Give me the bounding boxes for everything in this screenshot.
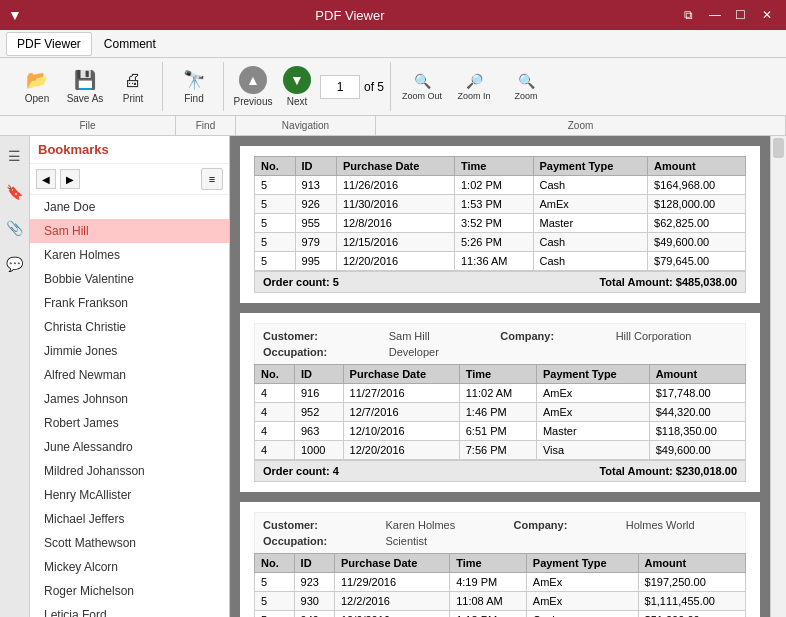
section-summary: Order count: 5 Total Amount: $485,038.00 bbox=[254, 271, 746, 293]
table-cell: 12/7/2016 bbox=[343, 403, 459, 422]
save-as-button[interactable]: 💾 Save As bbox=[62, 62, 108, 112]
table-cell: 1:46 PM bbox=[459, 403, 536, 422]
bookmark-item[interactable]: Jimmie Jones bbox=[30, 339, 229, 363]
order-count: Order count: 4 bbox=[263, 465, 339, 477]
layers-icon[interactable]: ☰ bbox=[3, 144, 27, 168]
table-header: Amount bbox=[648, 157, 746, 176]
find-icon: 🔭 bbox=[183, 69, 205, 91]
table-header: ID bbox=[295, 157, 336, 176]
table-header: Purchase Date bbox=[343, 365, 459, 384]
bookmark-item[interactable]: Roger Michelson bbox=[30, 579, 229, 603]
table-cell: 4:19 PM bbox=[450, 573, 527, 592]
comment-icon[interactable]: 💬 bbox=[3, 252, 27, 276]
bookmarks-options-button[interactable]: ≡ bbox=[201, 168, 223, 190]
zoom-out-icon: 🔍 bbox=[414, 73, 431, 89]
menu-comment[interactable]: Comment bbox=[94, 33, 166, 55]
toolbar-labels: File Find Navigation Zoom bbox=[0, 116, 786, 136]
bookmark-item[interactable]: Mildred Johansson bbox=[30, 459, 229, 483]
table-cell: $44,320.00 bbox=[649, 403, 745, 422]
table-row: 591311/26/20161:02 PMCash$164,968.00 bbox=[255, 176, 746, 195]
pdf-area[interactable]: No.IDPurchase DateTimePayment TypeAmount… bbox=[230, 136, 770, 617]
table-cell: Master bbox=[533, 214, 648, 233]
table-header: Payment Type bbox=[536, 365, 649, 384]
bookmark-item[interactable]: Karen Holmes bbox=[30, 243, 229, 267]
total-amount: Total Amount: $230,018.00 bbox=[599, 465, 737, 477]
bookmark-icon[interactable]: 🔖 bbox=[3, 180, 27, 204]
zoom-out-button[interactable]: 🔍 Zoom Out bbox=[399, 62, 445, 112]
table-row: 4100012/20/20167:56 PMVisa$49,600.00 bbox=[255, 441, 746, 460]
customer-name: Karen Holmes bbox=[386, 519, 498, 531]
table-header: ID bbox=[294, 365, 343, 384]
bookmark-item[interactable]: Leticia Ford bbox=[30, 603, 229, 617]
customer-label: Customer: bbox=[263, 519, 370, 531]
file-group: 📂 Open 💾 Save As 🖨 Print bbox=[8, 62, 163, 111]
table-cell: 1000 bbox=[294, 441, 343, 460]
bookmarks-title: Bookmarks bbox=[30, 136, 229, 164]
table-row: 491611/27/201611:02 AMAmEx$17,748.00 bbox=[255, 384, 746, 403]
bookmark-item[interactable]: Jane Doe bbox=[30, 195, 229, 219]
close-button[interactable]: ✕ bbox=[756, 5, 778, 25]
company-label: Company: bbox=[500, 330, 599, 342]
bookmark-item[interactable]: Sam Hill bbox=[30, 219, 229, 243]
bookmark-item[interactable]: Michael Jeffers bbox=[30, 507, 229, 531]
table-row: 592311/29/20164:19 PMAmEx$197,250.00 bbox=[255, 573, 746, 592]
bookmarks-panel: Bookmarks ◀ ▶ ≡ Jane DoeSam HillKaren Ho… bbox=[30, 136, 230, 617]
title-bar-left: ▼ bbox=[8, 7, 22, 23]
order-count: Order count: 5 bbox=[263, 276, 339, 288]
page-number-input[interactable] bbox=[320, 75, 360, 99]
previous-button[interactable]: ▲ Previous bbox=[232, 62, 274, 112]
bookmark-item[interactable]: Robert James bbox=[30, 411, 229, 435]
bookmark-item[interactable]: Henry McAllister bbox=[30, 483, 229, 507]
table-cell: $79,645.00 bbox=[648, 252, 746, 271]
main-area: ☰ 🔖 📎 💬 Bookmarks ◀ ▶ ≡ Jane DoeSam Hill… bbox=[0, 136, 786, 617]
print-button[interactable]: 🖨 Print bbox=[110, 62, 156, 112]
table-row: 597912/15/20165:26 PMCash$49,600.00 bbox=[255, 233, 746, 252]
table-cell: Cash bbox=[526, 611, 638, 618]
title-bar: ▼ PDF Viewer ⧉ — ☐ ✕ bbox=[0, 0, 786, 30]
table-cell: 11/26/2016 bbox=[336, 176, 454, 195]
bookmark-item[interactable]: Mickey Alcorn bbox=[30, 555, 229, 579]
title-bar-controls: ⧉ — ☐ ✕ bbox=[678, 5, 778, 25]
zoom-button[interactable]: 🔍 Zoom bbox=[503, 62, 549, 112]
table-header: ID bbox=[294, 554, 334, 573]
find-button[interactable]: 🔭 Find bbox=[171, 62, 217, 112]
restore-button[interactable]: ⧉ bbox=[678, 5, 700, 25]
minimize-button[interactable]: — bbox=[704, 5, 726, 25]
table-cell: 955 bbox=[295, 214, 336, 233]
customer-name: Sam Hill bbox=[389, 330, 485, 342]
attachment-icon[interactable]: 📎 bbox=[3, 216, 27, 240]
table-cell: 926 bbox=[295, 195, 336, 214]
table-header: Amount bbox=[649, 365, 745, 384]
menu-bar: PDF Viewer Comment bbox=[0, 30, 786, 58]
table-cell: AmEx bbox=[536, 384, 649, 403]
open-icon: 📂 bbox=[26, 69, 48, 91]
bookmark-item[interactable]: Christa Christie bbox=[30, 315, 229, 339]
next-button[interactable]: ▼ Next bbox=[276, 62, 318, 112]
table-cell: 5 bbox=[255, 233, 296, 252]
bookmark-item[interactable]: Frank Frankson bbox=[30, 291, 229, 315]
maximize-button[interactable]: ☐ bbox=[730, 5, 752, 25]
occupation-label: Occupation: bbox=[263, 346, 373, 358]
bookmark-item[interactable]: James Johnson bbox=[30, 387, 229, 411]
table-cell: 1:02 PM bbox=[455, 176, 534, 195]
table-header: Payment Type bbox=[526, 554, 638, 573]
bookmarks-next-button[interactable]: ▶ bbox=[60, 169, 80, 189]
bookmark-item[interactable]: June Alessandro bbox=[30, 435, 229, 459]
table-header: Purchase Date bbox=[336, 157, 454, 176]
table-cell: 3:52 PM bbox=[455, 214, 534, 233]
bookmarks-prev-button[interactable]: ◀ bbox=[36, 169, 56, 189]
bookmark-item[interactable]: Alfred Newman bbox=[30, 363, 229, 387]
menu-pdf-viewer[interactable]: PDF Viewer bbox=[6, 32, 92, 56]
open-button[interactable]: 📂 Open bbox=[14, 62, 60, 112]
table-header: Amount bbox=[638, 554, 745, 573]
bookmark-item[interactable]: Bobbie Valentine bbox=[30, 267, 229, 291]
zoom-group: 🔍 Zoom Out 🔎 Zoom In 🔍 Zoom bbox=[393, 62, 555, 111]
right-scrollbar[interactable] bbox=[770, 136, 786, 617]
bookmark-item[interactable]: Scott Mathewson bbox=[30, 531, 229, 555]
table-cell: 11:36 AM bbox=[455, 252, 534, 271]
table-cell: 7:56 PM bbox=[459, 441, 536, 460]
zoom-in-button[interactable]: 🔎 Zoom In bbox=[451, 62, 497, 112]
table-cell: 1:53 PM bbox=[455, 195, 534, 214]
toolbar: 📂 Open 💾 Save As 🖨 Print 🔭 Find ▲ Previo… bbox=[0, 58, 786, 116]
customer-info: Customer: Sam Hill Company: Hill Corpora… bbox=[254, 323, 746, 364]
